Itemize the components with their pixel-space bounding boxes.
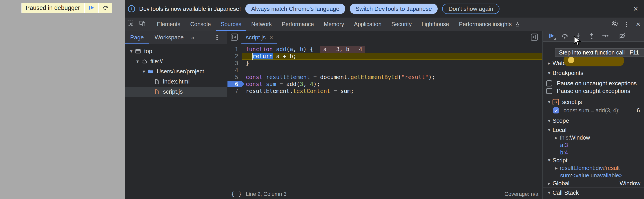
- scope-sum-row[interactable]: sum: <value unavailable>: [542, 172, 644, 179]
- code-editor[interactable]: 1function add(a, b) {a = 3, b = 42 retur…: [227, 44, 542, 189]
- scope-resultelement-row[interactable]: ▸ resultElement: div#result: [542, 164, 644, 172]
- tab-performance[interactable]: Performance: [277, 18, 319, 31]
- tab-label: Network: [251, 21, 272, 28]
- close-tab-icon[interactable]: ×: [269, 34, 273, 41]
- section-breakpoints[interactable]: ▾ Breakpoints: [542, 68, 644, 78]
- script-file-icon: ‹›: [552, 99, 559, 105]
- step-button[interactable]: [598, 31, 612, 42]
- tree-item-users-user-project[interactable]: ▾Users/user/project: [125, 66, 227, 77]
- collapse-navigator-button[interactable]: [229, 33, 239, 43]
- code-line-5[interactable]: 5const resultElement = document.getEleme…: [227, 74, 542, 81]
- line-number[interactable]: 1: [227, 46, 242, 53]
- step-over-icon: [561, 32, 568, 40]
- folder-icon: [147, 68, 154, 75]
- file-tree: ▾top▾file://▾Users/user/projectindex.htm…: [125, 44, 227, 97]
- line-number[interactable]: 5: [227, 74, 242, 81]
- pause-caught-label: Pause on caught exceptions: [557, 88, 630, 95]
- resume-button[interactable]: [544, 31, 558, 42]
- editor-tab-scriptjs[interactable]: script.js ×: [242, 31, 278, 44]
- close-devtools-button[interactable]: ×: [632, 18, 644, 31]
- tab-performance-insights[interactable]: Performance insights: [454, 18, 525, 31]
- pause-caught-row[interactable]: Pause on caught exceptions: [542, 87, 644, 95]
- section-scope[interactable]: ▾ Scope: [542, 116, 644, 126]
- screen: Paused in debugger i DevTools is now ava…: [0, 0, 644, 199]
- tree-item-label: script.js: [163, 88, 183, 95]
- tree-item-script.js[interactable]: script.js: [125, 87, 227, 97]
- code-text: }: [242, 60, 542, 67]
- code-line-6[interactable]: 6const sum = add(3, 4);: [227, 81, 542, 88]
- scope-this-row[interactable]: ▸ this: Window: [542, 134, 644, 141]
- tab-lighthouse[interactable]: Lighthouse: [416, 18, 454, 31]
- tree-item-top[interactable]: ▾top: [125, 46, 227, 56]
- tabbar-right-controls: ×: [605, 18, 644, 31]
- code-line-4[interactable]: 4: [227, 67, 542, 74]
- step-over-banner-button[interactable]: [98, 3, 112, 13]
- tab-sources[interactable]: Sources: [216, 18, 246, 31]
- scope-local-group[interactable]: ▾ Local: [542, 126, 644, 134]
- step-out-button[interactable]: [585, 31, 598, 42]
- var-value: Window: [570, 134, 590, 141]
- navigator-more-button[interactable]: [211, 31, 223, 44]
- editor-tabbar: script.js ×: [227, 31, 542, 44]
- tab-console[interactable]: Console: [185, 18, 216, 31]
- tab-memory[interactable]: Memory: [319, 18, 349, 31]
- step-out-icon: [588, 32, 595, 40]
- code-line-2[interactable]: 2 return a + b;: [227, 53, 542, 60]
- line-number[interactable]: 7: [227, 88, 242, 95]
- kebab-icon: [216, 35, 218, 40]
- device-toolbar-button[interactable]: [136, 18, 148, 31]
- pretty-print-button[interactable]: { }: [231, 191, 242, 197]
- line-number[interactable]: 3: [227, 60, 242, 67]
- match-chrome-language-button[interactable]: Always match Chrome's language: [245, 4, 345, 14]
- code-line-3[interactable]: 3}: [227, 60, 542, 67]
- more-tabs-icon[interactable]: »: [189, 34, 196, 41]
- paused-token: return: [252, 53, 273, 59]
- collapse-debugger-button[interactable]: [529, 33, 539, 43]
- resume-script-button[interactable]: [84, 3, 98, 13]
- tab-network[interactable]: Network: [246, 18, 277, 31]
- breakpoint-file-row[interactable]: ▾ ‹› script.js: [542, 98, 644, 106]
- scope-global-group[interactable]: ▸ Global Window: [542, 179, 644, 188]
- tab-application[interactable]: Application: [349, 18, 386, 31]
- tree-item-index.html[interactable]: index.html: [125, 77, 227, 87]
- checkbox-unchecked[interactable]: [546, 88, 552, 94]
- step-over-icon: [102, 4, 108, 12]
- chevron-down-icon[interactable]: ▾: [134, 59, 141, 64]
- tab-elements[interactable]: Elements: [152, 18, 185, 31]
- line-number[interactable]: 4: [227, 67, 242, 74]
- section-call-stack[interactable]: ▾ Call Stack: [542, 188, 644, 198]
- checkbox-checked[interactable]: [553, 107, 559, 113]
- code-line-1[interactable]: 1function add(a, b) {a = 3, b = 4: [227, 46, 542, 53]
- scope-script-group[interactable]: ▾ Script: [542, 156, 644, 164]
- tree-item-file-[interactable]: ▾file://: [125, 56, 227, 66]
- settings-button[interactable]: [609, 18, 620, 31]
- pause-uncaught-row[interactable]: Pause on uncaught exceptions: [542, 79, 644, 87]
- more-options-button[interactable]: [620, 18, 632, 31]
- breakpoint-marker[interactable]: 6: [227, 81, 242, 88]
- checkbox-unchecked[interactable]: [546, 80, 552, 86]
- tab-workspace[interactable]: Workspace: [149, 31, 189, 44]
- switch-to-japanese-button[interactable]: Switch DevTools to Japanese: [350, 4, 438, 14]
- deactivate-breakpoints-button[interactable]: [616, 31, 629, 42]
- scope-global-value: Window: [620, 180, 640, 187]
- scope-a-row[interactable]: a: 3: [542, 141, 644, 149]
- dont-show-again-button[interactable]: Don't show again: [442, 4, 500, 14]
- tree-item-label: top: [144, 48, 152, 55]
- flask-icon: [514, 21, 520, 27]
- inspect-element-button[interactable]: [125, 18, 136, 31]
- scope-local-label: Local: [552, 126, 566, 133]
- code-text: resultElement.textContent = sum;: [242, 88, 542, 95]
- breakpoint-entry[interactable]: const sum = add(3, 4); 6: [542, 106, 644, 114]
- chevron-down-icon[interactable]: ▾: [128, 48, 135, 54]
- tab-label: Sources: [221, 21, 242, 28]
- breakpoint-code: const sum = add(3, 4);: [564, 107, 620, 114]
- line-number[interactable]: 2: [227, 53, 242, 60]
- devtools-window: i DevTools is now available in Japanese!…: [125, 0, 644, 199]
- chevron-down-icon[interactable]: ▾: [140, 69, 147, 75]
- scope-b-row[interactable]: b: 4: [542, 149, 644, 156]
- infobar-close-icon[interactable]: ×: [634, 5, 638, 13]
- step-over-button[interactable]: [558, 31, 572, 42]
- tab-security[interactable]: Security: [386, 18, 416, 31]
- code-line-7[interactable]: 7resultElement.textContent = sum;: [227, 88, 542, 95]
- tab-page[interactable]: Page: [125, 31, 149, 44]
